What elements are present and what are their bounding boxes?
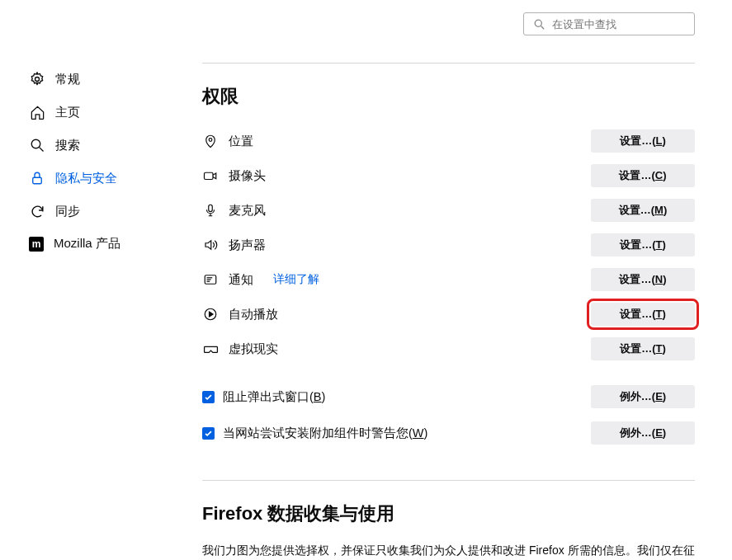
svg-rect-8 [209,205,213,211]
home-icon [29,104,45,120]
sidebar-item-label: 常规 [55,72,80,87]
divider [202,63,695,64]
permission-speaker: 扬声器 设置…(T) [202,228,695,262]
sidebar: 常规 主页 搜索 隐私与安全 [0,42,165,560]
microphone-settings-button[interactable]: 设置…(M) [591,199,695,222]
notification-settings-button[interactable]: 设置…(N) [591,268,695,291]
search-icon [29,137,45,153]
sidebar-item-label: 隐私与安全 [55,171,117,186]
content-area: 权限 位置 设置…(L) 摄像头 设置…( [165,42,732,560]
sidebar-item-label: 同步 [55,204,80,219]
svg-line-1 [541,26,544,29]
svg-point-3 [31,139,40,148]
location-icon [202,133,219,149]
addon-exceptions-button[interactable]: 例外…(E) [591,421,695,445]
sidebar-item-privacy[interactable]: 隐私与安全 [29,162,165,195]
permission-location: 位置 设置…(L) [202,124,695,158]
camera-icon [202,167,219,184]
block-popups-row: 阻止弹出式窗口(B) 例外…(E) [202,379,695,415]
sync-icon [29,203,45,219]
addon-warning-checkbox[interactable] [202,427,215,440]
gear-icon [29,71,45,87]
addon-warning-row: 当网站尝试安装附加组件时警告您(W) 例外…(E) [202,415,695,451]
search-input[interactable] [552,18,687,31]
permission-label: 摄像头 [229,168,266,184]
permission-label: 通知 [229,272,253,288]
permission-vr: 虚拟现实 设置…(T) [202,332,695,366]
svg-rect-5 [33,177,42,184]
sidebar-item-mozilla[interactable]: m Mozilla 产品 [29,228,165,260]
svg-line-4 [40,148,44,152]
svg-point-2 [35,78,40,82]
vr-settings-button[interactable]: 设置…(T) [591,337,695,360]
speaker-settings-button[interactable]: 设置…(T) [591,233,695,256]
permission-camera: 摄像头 设置…(C) [202,158,695,193]
speaker-icon [202,237,219,253]
permission-label: 虚拟现实 [229,341,278,357]
mozilla-icon: m [29,237,44,252]
lock-icon [29,170,45,186]
svg-point-6 [209,139,212,142]
data-collection-desc: 我们力图为您提供选择权，并保证只收集我们为众人提供和改进 Firefox 所需的… [202,541,695,560]
svg-point-0 [535,20,541,26]
permission-label: 扬声器 [229,238,266,253]
checkbox-label: 当网站尝试安装附加组件时警告您(W) [223,426,427,441]
sidebar-item-label: 主页 [55,105,80,120]
search-box[interactable] [523,12,695,35]
sidebar-item-sync[interactable]: 同步 [29,195,165,228]
autoplay-icon [202,306,219,322]
data-collection-title: Firefox 数据收集与使用 [202,501,695,526]
sidebar-item-home[interactable]: 主页 [29,96,165,129]
search-icon [531,16,547,32]
microphone-icon [202,202,219,219]
permissions-title: 权限 [202,84,695,109]
sidebar-item-label: 搜索 [55,138,80,153]
notification-icon [202,271,219,288]
sidebar-item-search[interactable]: 搜索 [29,129,165,162]
permission-autoplay: 自动播放 设置…(T) [202,297,695,332]
permission-label: 自动播放 [229,307,278,322]
popup-exceptions-button[interactable]: 例外…(E) [591,385,695,408]
learn-more-link[interactable]: 详细了解 [273,272,319,287]
permission-label: 麦克风 [229,203,266,219]
sidebar-item-general[interactable]: 常规 [29,63,165,96]
sidebar-item-label: Mozilla 产品 [54,236,120,252]
permission-notification: 通知 详细了解 设置…(N) [202,262,695,297]
divider [202,480,695,481]
block-popups-checkbox[interactable] [202,391,215,403]
vr-icon [202,341,219,357]
permission-microphone: 麦克风 设置…(M) [202,193,695,228]
camera-settings-button[interactable]: 设置…(C) [591,164,695,187]
location-settings-button[interactable]: 设置…(L) [591,129,695,153]
svg-rect-7 [205,172,214,179]
checkbox-label: 阻止弹出式窗口(B) [223,389,325,405]
autoplay-settings-button[interactable]: 设置…(T) [591,303,695,326]
permission-label: 位置 [229,134,253,149]
